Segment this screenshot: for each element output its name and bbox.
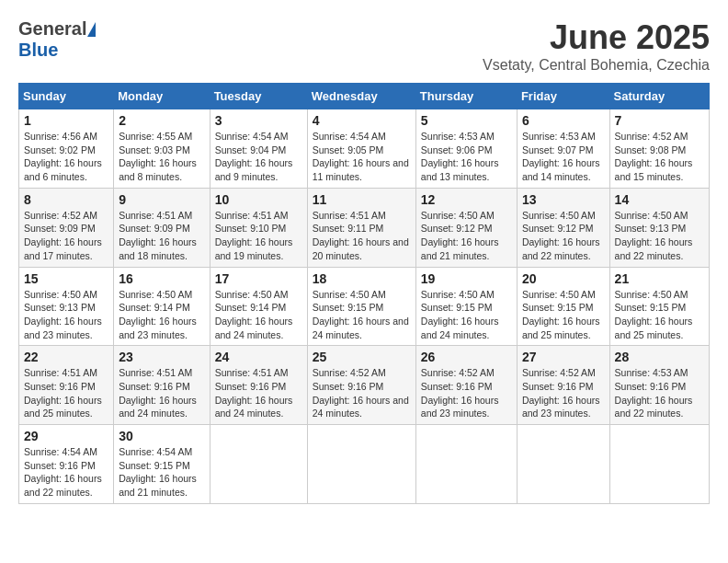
- day-info: Sunrise: 4:51 AMSunset: 9:09 PMDaylight:…: [119, 210, 197, 261]
- day-info: Sunrise: 4:52 AMSunset: 9:08 PMDaylight:…: [615, 131, 693, 182]
- day-info: Sunrise: 4:51 AMSunset: 9:16 PMDaylight:…: [119, 367, 197, 419]
- day-info: Sunrise: 4:50 AMSunset: 9:14 PMDaylight:…: [119, 289, 197, 340]
- calendar-cell: 9Sunrise: 4:51 AMSunset: 9:09 PMDaylight…: [114, 188, 210, 267]
- calendar-cell: [517, 425, 609, 504]
- day-number: 19: [421, 271, 512, 286]
- page-header: General Blue June 2025 Vsetaty, Central …: [18, 18, 710, 74]
- calendar-cell: [307, 425, 415, 504]
- calendar-cell: 12Sunrise: 4:50 AMSunset: 9:12 PMDayligh…: [415, 188, 517, 267]
- title-area: June 2025 Vsetaty, Central Bohemia, Czec…: [483, 18, 710, 74]
- day-info: Sunrise: 4:50 AMSunset: 9:14 PMDaylight:…: [215, 289, 293, 340]
- calendar-week-4: 22Sunrise: 4:51 AMSunset: 9:16 PMDayligh…: [19, 346, 710, 425]
- weekday-tuesday: Tuesday: [210, 84, 307, 109]
- weekday-wednesday: Wednesday: [307, 84, 415, 109]
- calendar-cell: 18Sunrise: 4:50 AMSunset: 9:15 PMDayligh…: [307, 267, 415, 346]
- day-number: 2: [119, 113, 204, 128]
- calendar-cell: 6Sunrise: 4:53 AMSunset: 9:07 PMDaylight…: [517, 109, 609, 189]
- calendar-cell: 7Sunrise: 4:52 AMSunset: 9:08 PMDaylight…: [609, 109, 709, 189]
- month-title: June 2025: [483, 18, 710, 57]
- calendar-table: SundayMondayTuesdayWednesdayThursdayFrid…: [18, 83, 710, 504]
- day-number: 20: [522, 271, 605, 286]
- day-number: 17: [215, 271, 302, 286]
- logo-general: General: [18, 18, 86, 40]
- calendar-cell: 24Sunrise: 4:51 AMSunset: 9:16 PMDayligh…: [210, 346, 307, 425]
- day-info: Sunrise: 4:50 AMSunset: 9:15 PMDaylight:…: [313, 289, 409, 340]
- calendar-cell: 13Sunrise: 4:50 AMSunset: 9:12 PMDayligh…: [517, 188, 609, 267]
- calendar-cell: 14Sunrise: 4:50 AMSunset: 9:13 PMDayligh…: [609, 188, 709, 267]
- calendar-cell: [609, 425, 709, 504]
- day-number: 30: [119, 429, 204, 443]
- weekday-saturday: Saturday: [609, 84, 709, 109]
- day-info: Sunrise: 4:52 AMSunset: 9:16 PMDaylight:…: [421, 367, 499, 419]
- day-info: Sunrise: 4:54 AMSunset: 9:16 PMDaylight:…: [24, 446, 102, 498]
- day-info: Sunrise: 4:52 AMSunset: 9:09 PMDaylight:…: [24, 210, 102, 261]
- day-info: Sunrise: 4:53 AMSunset: 9:07 PMDaylight:…: [522, 131, 600, 182]
- calendar-week-5: 29Sunrise: 4:54 AMSunset: 9:16 PMDayligh…: [19, 425, 710, 504]
- day-number: 28: [615, 350, 704, 364]
- calendar-cell: 22Sunrise: 4:51 AMSunset: 9:16 PMDayligh…: [19, 346, 114, 425]
- calendar-cell: 27Sunrise: 4:52 AMSunset: 9:16 PMDayligh…: [517, 346, 609, 425]
- day-number: 10: [215, 192, 302, 207]
- day-number: 12: [421, 192, 512, 207]
- calendar-cell: 8Sunrise: 4:52 AMSunset: 9:09 PMDaylight…: [19, 188, 114, 267]
- day-info: Sunrise: 4:53 AMSunset: 9:16 PMDaylight:…: [615, 367, 693, 419]
- calendar-cell: 10Sunrise: 4:51 AMSunset: 9:10 PMDayligh…: [210, 188, 307, 267]
- day-info: Sunrise: 4:50 AMSunset: 9:12 PMDaylight:…: [522, 210, 600, 261]
- calendar-cell: 1Sunrise: 4:56 AMSunset: 9:02 PMDaylight…: [19, 109, 114, 189]
- day-number: 3: [215, 113, 302, 128]
- calendar-cell: 4Sunrise: 4:54 AMSunset: 9:05 PMDaylight…: [307, 109, 415, 189]
- day-number: 29: [24, 429, 108, 443]
- calendar-cell: 16Sunrise: 4:50 AMSunset: 9:14 PMDayligh…: [114, 267, 210, 346]
- calendar-cell: [415, 425, 517, 504]
- calendar-cell: 19Sunrise: 4:50 AMSunset: 9:15 PMDayligh…: [415, 267, 517, 346]
- day-number: 26: [421, 350, 512, 364]
- day-info: Sunrise: 4:50 AMSunset: 9:15 PMDaylight:…: [421, 289, 499, 340]
- calendar-cell: 15Sunrise: 4:50 AMSunset: 9:13 PMDayligh…: [19, 267, 114, 346]
- calendar-cell: 2Sunrise: 4:55 AMSunset: 9:03 PMDaylight…: [114, 109, 210, 189]
- calendar-cell: 21Sunrise: 4:50 AMSunset: 9:15 PMDayligh…: [609, 267, 709, 346]
- day-number: 1: [24, 113, 108, 128]
- day-info: Sunrise: 4:54 AMSunset: 9:04 PMDaylight:…: [215, 131, 293, 182]
- day-number: 18: [313, 271, 411, 286]
- day-number: 11: [313, 192, 411, 207]
- day-number: 27: [522, 350, 605, 364]
- day-info: Sunrise: 4:51 AMSunset: 9:16 PMDaylight:…: [24, 367, 102, 419]
- day-number: 25: [313, 350, 411, 364]
- day-number: 16: [119, 271, 204, 286]
- day-number: 7: [615, 113, 704, 128]
- calendar-cell: [210, 425, 307, 504]
- calendar-cell: 25Sunrise: 4:52 AMSunset: 9:16 PMDayligh…: [307, 346, 415, 425]
- day-number: 8: [24, 192, 108, 207]
- weekday-monday: Monday: [114, 84, 210, 109]
- calendar-cell: 28Sunrise: 4:53 AMSunset: 9:16 PMDayligh…: [609, 346, 709, 425]
- day-info: Sunrise: 4:50 AMSunset: 9:13 PMDaylight:…: [615, 210, 693, 261]
- calendar-cell: 11Sunrise: 4:51 AMSunset: 9:11 PMDayligh…: [307, 188, 415, 267]
- day-number: 4: [313, 113, 411, 128]
- weekday-sunday: Sunday: [19, 84, 114, 109]
- day-info: Sunrise: 4:53 AMSunset: 9:06 PMDaylight:…: [421, 131, 499, 182]
- day-info: Sunrise: 4:50 AMSunset: 9:12 PMDaylight:…: [421, 210, 499, 261]
- day-info: Sunrise: 4:50 AMSunset: 9:13 PMDaylight:…: [24, 289, 102, 340]
- calendar-cell: 3Sunrise: 4:54 AMSunset: 9:04 PMDaylight…: [210, 109, 307, 189]
- day-info: Sunrise: 4:52 AMSunset: 9:16 PMDaylight:…: [313, 367, 409, 419]
- calendar-cell: 26Sunrise: 4:52 AMSunset: 9:16 PMDayligh…: [415, 346, 517, 425]
- day-number: 14: [615, 192, 704, 207]
- day-number: 24: [215, 350, 302, 364]
- calendar-cell: 23Sunrise: 4:51 AMSunset: 9:16 PMDayligh…: [114, 346, 210, 425]
- location-title: Vsetaty, Central Bohemia, Czechia: [483, 57, 710, 74]
- day-info: Sunrise: 4:55 AMSunset: 9:03 PMDaylight:…: [119, 131, 197, 182]
- day-number: 15: [24, 271, 108, 286]
- day-info: Sunrise: 4:51 AMSunset: 9:11 PMDaylight:…: [313, 210, 409, 261]
- day-info: Sunrise: 4:50 AMSunset: 9:15 PMDaylight:…: [615, 289, 693, 340]
- day-info: Sunrise: 4:52 AMSunset: 9:16 PMDaylight:…: [522, 367, 600, 419]
- logo-triangle-icon: [87, 22, 96, 37]
- weekday-header-row: SundayMondayTuesdayWednesdayThursdayFrid…: [19, 84, 710, 109]
- day-info: Sunrise: 4:54 AMSunset: 9:15 PMDaylight:…: [119, 446, 197, 498]
- day-number: 13: [522, 192, 605, 207]
- logo-blue: Blue: [18, 40, 58, 60]
- day-number: 9: [119, 192, 204, 207]
- day-info: Sunrise: 4:50 AMSunset: 9:15 PMDaylight:…: [522, 289, 600, 340]
- weekday-thursday: Thursday: [415, 84, 517, 109]
- calendar-cell: 20Sunrise: 4:50 AMSunset: 9:15 PMDayligh…: [517, 267, 609, 346]
- day-number: 23: [119, 350, 204, 364]
